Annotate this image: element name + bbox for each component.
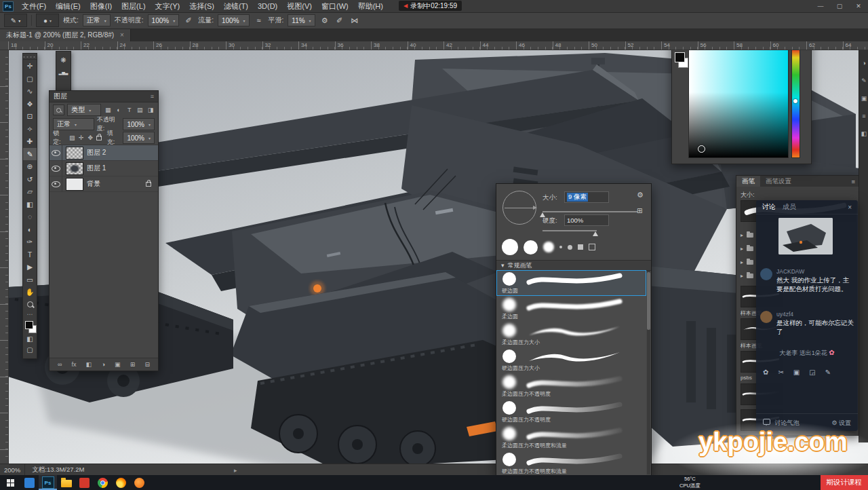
zoom-tool[interactable] xyxy=(23,299,37,312)
taskbar-app-explorer[interactable] xyxy=(57,475,75,490)
scrollbar[interactable] xyxy=(647,271,650,474)
layer-filter-select[interactable]: 类型 ▾ xyxy=(67,104,101,116)
lock-all-icon[interactable] xyxy=(96,136,102,140)
layer-thumbnail[interactable] xyxy=(66,178,83,191)
quick-mask-button[interactable]: ◧ xyxy=(23,334,37,345)
heal-tool[interactable]: ✚ xyxy=(23,135,37,148)
panel-menu-icon[interactable]: ≡ xyxy=(847,178,859,185)
menu-item-7[interactable]: 3D(D) xyxy=(253,0,282,12)
history-brush-tool[interactable]: ↺ xyxy=(23,173,37,186)
menu-item-3[interactable]: 图层(L) xyxy=(117,0,150,12)
dock-icon-libraries[interactable]: ▣ xyxy=(861,95,867,102)
edit-toolbar-icon[interactable]: ⋯ xyxy=(23,311,37,319)
scissors-icon[interactable]: ✂ xyxy=(778,369,783,376)
blend-mode-select[interactable]: 正常 ▾ xyxy=(83,14,111,26)
smoothing-gear-icon[interactable]: ⚙ xyxy=(319,16,330,25)
status-caret-icon[interactable]: ▸ xyxy=(234,467,237,474)
brush-preset-item[interactable]: 柔边圆 xyxy=(496,296,646,322)
brush-preset-item[interactable]: 硬边圆压力大小 xyxy=(496,347,646,373)
recent-brush-thumb[interactable] xyxy=(589,244,595,250)
recording-indicator[interactable]: ◀ 录制中02:19:59 xyxy=(399,1,462,11)
menu-item-10[interactable]: 帮助(H) xyxy=(353,0,388,12)
histogram-icon[interactable]: ▂▅▃ xyxy=(59,69,68,76)
layer-opacity-select[interactable]: 100% ▾ xyxy=(123,118,155,130)
chat-input[interactable] xyxy=(760,382,854,409)
brush-hardness-slider[interactable] xyxy=(542,230,597,231)
marquee-tool[interactable]: ▢ xyxy=(23,73,37,86)
recent-brush-thumb[interactable] xyxy=(578,244,583,250)
layer-search-icon[interactable] xyxy=(53,105,64,115)
hue-cursor[interactable] xyxy=(793,99,797,103)
flow-select[interactable]: 100% ▾ xyxy=(218,14,250,26)
filter-group-icon[interactable]: ▤ xyxy=(136,107,144,113)
brush-preset-item[interactable]: 硬边圆 xyxy=(496,270,646,296)
taskbar-app-firefox[interactable] xyxy=(112,475,130,490)
adjustment-layer-icon[interactable]: ◑ xyxy=(101,361,104,368)
pen-tool[interactable]: ✑ xyxy=(23,235,37,248)
new-brush-icon[interactable]: ⊞ xyxy=(637,207,642,214)
menu-item-8[interactable]: 视图(V) xyxy=(282,0,317,12)
tab-brush-settings[interactable]: 画笔设置 xyxy=(760,176,797,187)
tab-brushes[interactable]: 画笔 xyxy=(736,176,760,187)
delete-layer-icon[interactable]: ⊟ xyxy=(144,361,150,368)
hue-slider[interactable] xyxy=(791,48,800,158)
dock-icon-properties[interactable]: ≡ xyxy=(862,113,865,119)
recent-brush-thumb[interactable] xyxy=(502,239,518,255)
recent-brush-thumb[interactable] xyxy=(543,242,554,252)
dock-icon-adjustments[interactable]: ◑ xyxy=(862,60,865,67)
tab-discussion[interactable]: 讨论 xyxy=(762,202,776,212)
brush-tool[interactable]: ✎ xyxy=(23,148,37,161)
layer-thumbnail[interactable] xyxy=(66,147,83,159)
color-cursor[interactable] xyxy=(698,145,705,153)
crop-tool[interactable]: ⊡ xyxy=(23,110,37,123)
brush-hardness-slider-thumb[interactable] xyxy=(593,231,598,236)
lasso-tool[interactable]: ∿ xyxy=(23,85,37,98)
dodge-tool[interactable]: ◐ xyxy=(23,223,37,236)
quick-select-tool[interactable]: ❖ xyxy=(23,98,37,111)
clone-stamp-tool[interactable]: ⊕ xyxy=(23,160,37,173)
layer-row[interactable]: 图层 2 xyxy=(50,145,158,161)
menu-item-0[interactable]: 文件(F) xyxy=(17,0,51,12)
tab-members[interactable]: 成员 xyxy=(783,202,796,212)
symmetry-icon[interactable]: ⋈ xyxy=(349,16,360,25)
foreground-color-swatch[interactable] xyxy=(25,321,33,329)
brush-preset-item[interactable]: 硬边圆压力不透明度和流量 xyxy=(496,451,646,476)
document-tab[interactable]: 未标题-1 @ 200% (图层 2, RGB/8#) × xyxy=(0,29,131,41)
brush-preset-item[interactable]: 柔边圆压力不透明度和流量 xyxy=(496,425,646,451)
tab-layers[interactable]: 图层 xyxy=(54,92,67,101)
taskbar-app-orange[interactable] xyxy=(130,475,149,490)
visibility-toggle[interactable] xyxy=(50,176,62,191)
dock-icon-history[interactable]: ✎ xyxy=(861,77,867,84)
saturation-brightness-field[interactable] xyxy=(688,48,789,158)
chat-settings-button[interactable]: ⚙ 设置 xyxy=(831,419,851,428)
screenshot-icon[interactable]: ◲ xyxy=(809,369,815,376)
brush-angle-control[interactable] xyxy=(502,191,536,225)
taskbar-app-chrome[interactable] xyxy=(94,475,112,490)
pressure-opacity-icon[interactable]: ✐ xyxy=(183,16,194,25)
lock-position-icon[interactable]: ✥ xyxy=(87,134,94,141)
brush-group-header[interactable]: ▾ 常规画笔 xyxy=(496,260,651,271)
panel-menu-icon[interactable]: ≡ xyxy=(151,93,154,100)
start-button[interactable] xyxy=(0,475,20,490)
brush-preset-item[interactable]: 柔边圆压力不透明度 xyxy=(496,373,646,399)
close-button[interactable]: ✕ xyxy=(849,0,868,12)
discussion-bubbles-toggle[interactable]: 讨论气泡 xyxy=(763,419,800,428)
avatar[interactable] xyxy=(760,311,772,323)
path-select-tool[interactable]: ▶ xyxy=(23,261,37,274)
brush-size-input[interactable]: 9 像素 xyxy=(564,191,609,203)
minimize-button[interactable]: — xyxy=(811,0,830,12)
layer-fx-icon[interactable]: fx xyxy=(72,361,77,368)
screen-mode-button[interactable]: ▢ xyxy=(23,345,37,356)
opacity-select[interactable]: 100% ▾ xyxy=(148,14,180,26)
zoom-level[interactable]: 200% xyxy=(0,464,25,476)
filter-adjustment-icon[interactable]: ◐ xyxy=(115,107,123,113)
maximize-button[interactable]: ▢ xyxy=(830,0,849,12)
menu-item-9[interactable]: 窗口(W) xyxy=(317,0,353,12)
foreground-color-swatch[interactable] xyxy=(675,52,685,62)
gear-icon[interactable]: ⚙ xyxy=(637,191,644,200)
layer-thumbnail[interactable] xyxy=(66,162,83,175)
brush-preset-item[interactable]: 柔边圆压力大小 xyxy=(496,322,646,347)
visibility-toggle[interactable] xyxy=(50,145,62,160)
recent-brush-thumb[interactable] xyxy=(568,245,572,250)
layer-mask-icon[interactable]: ◧ xyxy=(86,361,92,368)
